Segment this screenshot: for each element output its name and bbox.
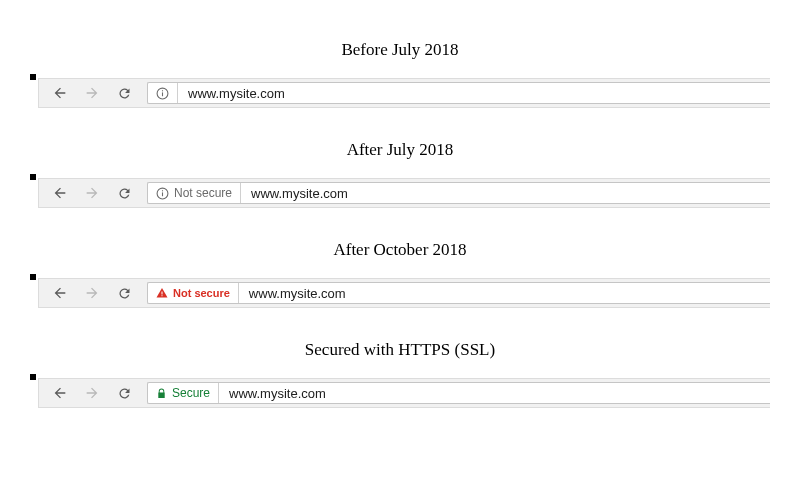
forward-button[interactable]	[83, 184, 101, 202]
example-after-october-2018: After October 2018 Not se	[30, 240, 770, 312]
forward-button[interactable]	[83, 84, 101, 102]
address-bar[interactable]: Not secure www.mysite.com	[147, 182, 770, 204]
svg-rect-5	[162, 190, 163, 191]
info-icon	[156, 87, 169, 100]
address-bar[interactable]: www.mysite.com	[147, 82, 770, 104]
caption: Secured with HTTPS (SSL)	[30, 340, 770, 360]
example-secured-https: Secured with HTTPS (SSL)	[30, 340, 770, 412]
security-indicator[interactable]	[148, 83, 178, 103]
url-text: www.mysite.com	[241, 186, 358, 201]
back-button[interactable]	[51, 384, 69, 402]
security-label: Not secure	[174, 186, 232, 200]
forward-button[interactable]	[83, 284, 101, 302]
address-bar[interactable]: Not secure www.mysite.com	[147, 282, 770, 304]
security-indicator[interactable]: Not secure	[148, 183, 241, 203]
nav-buttons	[39, 279, 141, 307]
browser-bar: Secure www.mysite.com	[30, 378, 770, 412]
lock-icon	[156, 387, 167, 400]
example-after-july-2018: After July 2018 Not secur	[30, 140, 770, 212]
url-text: www.mysite.com	[239, 286, 356, 301]
url-text: www.mysite.com	[178, 86, 295, 101]
toolbar: www.mysite.com	[38, 78, 770, 108]
back-button[interactable]	[51, 84, 69, 102]
reload-button[interactable]	[115, 284, 133, 302]
security-label: Not secure	[173, 287, 230, 299]
url-text: www.mysite.com	[219, 386, 336, 401]
security-indicator[interactable]: Secure	[148, 383, 219, 403]
example-before-july-2018: Before July 2018 w	[30, 40, 770, 112]
marker	[30, 274, 36, 280]
security-label: Secure	[172, 386, 210, 400]
browser-bar: Not secure www.mysite.com	[30, 178, 770, 212]
nav-buttons	[39, 79, 141, 107]
toolbar: Secure www.mysite.com	[38, 378, 770, 408]
svg-rect-7	[162, 295, 163, 296]
caption: After July 2018	[30, 140, 770, 160]
reload-button[interactable]	[115, 384, 133, 402]
marker	[30, 74, 36, 80]
nav-buttons	[39, 179, 141, 207]
forward-button[interactable]	[83, 384, 101, 402]
svg-rect-1	[162, 92, 163, 96]
caption: After October 2018	[30, 240, 770, 260]
browser-bar: Not secure www.mysite.com	[30, 278, 770, 312]
svg-rect-4	[162, 192, 163, 196]
address-bar[interactable]: Secure www.mysite.com	[147, 382, 770, 404]
svg-rect-6	[162, 292, 163, 295]
toolbar: Not secure www.mysite.com	[38, 178, 770, 208]
nav-buttons	[39, 379, 141, 407]
back-button[interactable]	[51, 184, 69, 202]
warning-icon	[156, 287, 168, 299]
back-button[interactable]	[51, 284, 69, 302]
svg-rect-2	[162, 90, 163, 91]
browser-bar: www.mysite.com	[30, 78, 770, 112]
reload-button[interactable]	[115, 84, 133, 102]
marker	[30, 174, 36, 180]
caption: Before July 2018	[30, 40, 770, 60]
security-indicator[interactable]: Not secure	[148, 283, 239, 303]
marker	[30, 374, 36, 380]
toolbar: Not secure www.mysite.com	[38, 278, 770, 308]
reload-button[interactable]	[115, 184, 133, 202]
info-icon	[156, 187, 169, 200]
